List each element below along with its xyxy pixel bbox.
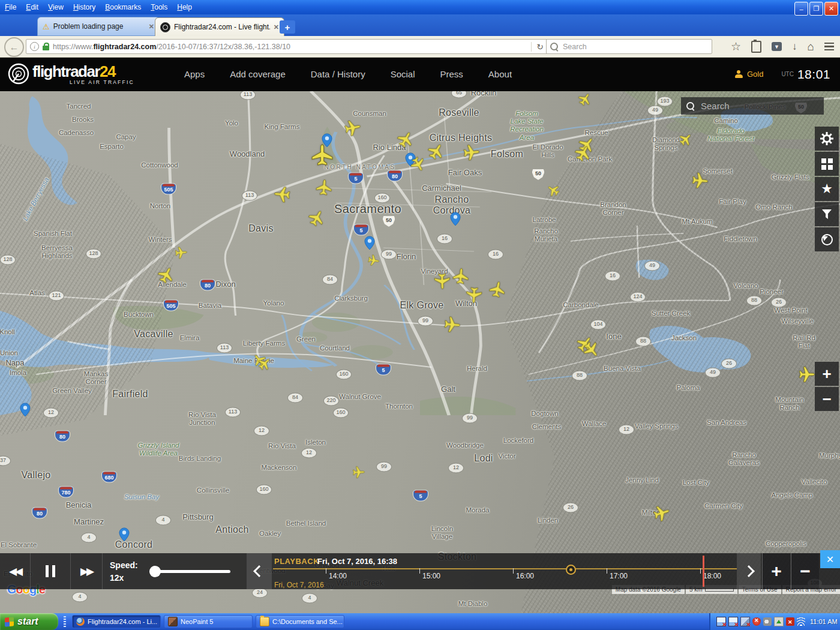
- back-button[interactable]: ←: [4, 37, 24, 57]
- airport-pin-icon[interactable]: [119, 527, 130, 542]
- widgets-button[interactable]: [815, 152, 839, 176]
- map-search-input[interactable]: [700, 100, 804, 112]
- route-shield-160: 160: [256, 485, 272, 495]
- nav-data-history[interactable]: Data / History: [298, 69, 378, 79]
- menu-help[interactable]: Help: [172, 2, 197, 13]
- map-label-mankas-corner: Mankas Corner: [84, 370, 108, 386]
- map-label-vacaville: Vacaville: [134, 329, 173, 340]
- minimize-button[interactable]: –: [794, 2, 808, 16]
- rewind-button[interactable]: ◀◀: [0, 553, 31, 589]
- menu-hamburger-icon[interactable]: [824, 43, 834, 51]
- window-controls: – ❐ ✕: [794, 2, 838, 16]
- aircraft-icon[interactable]: [465, 286, 482, 304]
- timeline-zoom-in-button[interactable]: +: [762, 553, 790, 589]
- task-button-flightradar24-com-li-[interactable]: Flightradar24.com - Li...: [72, 615, 161, 628]
- nav-apps[interactable]: Apps: [172, 69, 217, 79]
- ti-net2-icon[interactable]: [728, 617, 738, 626]
- ti-net-icon[interactable]: [716, 617, 726, 626]
- ti-shield-icon[interactable]: [752, 617, 761, 626]
- start-button[interactable]: start: [0, 613, 58, 630]
- aircraft-icon[interactable]: [434, 273, 451, 290]
- menu-file[interactable]: File: [0, 2, 21, 13]
- nav-press[interactable]: Press: [428, 69, 476, 79]
- account-icon[interactable]: [735, 70, 743, 78]
- menu-history[interactable]: History: [68, 2, 100, 13]
- slider-track[interactable]: [149, 570, 230, 573]
- pause-button[interactable]: [31, 553, 71, 589]
- history-button[interactable]: [815, 227, 839, 251]
- aircraft-icon[interactable]: [463, 143, 481, 161]
- zoom-in-button[interactable]: +: [815, 362, 839, 386]
- aircraft-icon[interactable]: [273, 185, 291, 203]
- fast-forward-button[interactable]: ▶▶: [71, 553, 103, 589]
- map-search-bar[interactable]: [681, 97, 824, 115]
- page-info-icon[interactable]: i: [30, 42, 39, 51]
- airport-pin-icon[interactable]: [364, 236, 375, 250]
- playback-timeline[interactable]: PLAYBACK Fri, Oct 7, 2016, 16:38 14:0015…: [273, 553, 738, 589]
- account-label[interactable]: Gold: [747, 70, 763, 79]
- timeline-back-button[interactable]: [247, 553, 272, 589]
- nav-about[interactable]: About: [476, 69, 524, 79]
- tab-flightradar24[interactable]: Flightradar24.com - Live flight... ✕: [155, 17, 284, 36]
- reload-icon[interactable]: ↻: [531, 42, 544, 52]
- map-label-bethel-island: Bethel Island: [286, 520, 326, 527]
- aircraft-icon[interactable]: [799, 366, 815, 383]
- slider-knob[interactable]: [149, 566, 161, 577]
- playback-close-button[interactable]: ✕: [820, 550, 840, 568]
- ic-folder-icon: [260, 617, 269, 626]
- bookmark-star-icon[interactable]: ☆: [731, 41, 741, 52]
- nav-add-coverage[interactable]: Add coverage: [217, 69, 298, 79]
- ti-snd-icon[interactable]: [763, 617, 772, 626]
- close-button[interactable]: ✕: [824, 2, 838, 16]
- filter-button[interactable]: [815, 202, 839, 226]
- aircraft-icon[interactable]: [343, 118, 362, 137]
- browser-search-bar[interactable]: [546, 39, 712, 54]
- home-icon[interactable]: ⌂: [808, 41, 814, 52]
- playhead-marker[interactable]: [566, 565, 576, 575]
- aircraft-icon[interactable]: [311, 143, 334, 166]
- new-tab-button[interactable]: +: [280, 20, 295, 34]
- timeline-track[interactable]: [273, 568, 737, 569]
- task-button-c-documents-and-se-[interactable]: C:\Documents and Se...: [256, 615, 344, 628]
- ti-err-icon[interactable]: [786, 617, 794, 626]
- aircraft-icon[interactable]: [352, 466, 365, 479]
- aircraft-icon[interactable]: [175, 246, 188, 260]
- zoom-out-button[interactable]: −: [815, 387, 839, 411]
- aircraft-icon[interactable]: [487, 279, 507, 299]
- ti-pcs-icon[interactable]: [740, 617, 750, 626]
- nav-social[interactable]: Social: [378, 69, 428, 79]
- timeline-forward-button[interactable]: [737, 553, 761, 589]
- menu-bookmarks[interactable]: Bookmarks: [100, 2, 146, 13]
- favorites-button[interactable]: ★: [815, 177, 839, 201]
- settings-button[interactable]: [815, 127, 839, 151]
- ssl-lock-icon[interactable]: [43, 46, 49, 50]
- menu-edit[interactable]: Edit: [21, 2, 43, 13]
- aircraft-icon[interactable]: [452, 267, 470, 285]
- flight-map[interactable]: TancredBrooksCadenassoCapayEspartoYoloKi…: [0, 91, 840, 613]
- task-button-neopaint-5[interactable]: NeoPaint 5: [164, 615, 253, 628]
- bookmarks-menu-icon[interactable]: [751, 41, 761, 53]
- aircraft-icon[interactable]: [443, 316, 461, 334]
- menu-view[interactable]: View: [43, 2, 68, 13]
- restore-button[interactable]: ❐: [809, 2, 823, 16]
- airport-pin-icon[interactable]: [450, 212, 461, 226]
- tab-problem-loading[interactable]: ⚠ Problem loading page ✕: [37, 17, 160, 36]
- menu-tools[interactable]: Tools: [146, 2, 172, 13]
- tab-close-icon[interactable]: ✕: [149, 23, 154, 31]
- search-input[interactable]: [562, 42, 690, 52]
- map-label-camino: Camino: [714, 117, 738, 125]
- aircraft-icon[interactable]: [367, 254, 381, 268]
- url-bar[interactable]: i https://www.flightradar24.com/2016-10-…: [26, 39, 548, 54]
- aircraft-icon[interactable]: [691, 172, 709, 190]
- aircraft-icon[interactable]: [315, 178, 333, 196]
- tab-close-icon[interactable]: ✕: [274, 23, 279, 31]
- fr24-logo[interactable]: flightradar24 LIVE AIR TRAFFIC: [7, 62, 134, 85]
- warning-icon: ⚠: [43, 22, 50, 31]
- ti-wifi-icon[interactable]: [797, 617, 805, 626]
- ti-up-icon[interactable]: [774, 617, 784, 626]
- pocket-icon[interactable]: ▼: [772, 42, 782, 51]
- speed-slider[interactable]: [147, 553, 234, 589]
- downloads-icon[interactable]: ↓: [792, 41, 797, 52]
- airport-pin-icon[interactable]: [20, 403, 31, 417]
- timeline-zoom-out-button[interactable]: −: [791, 553, 819, 589]
